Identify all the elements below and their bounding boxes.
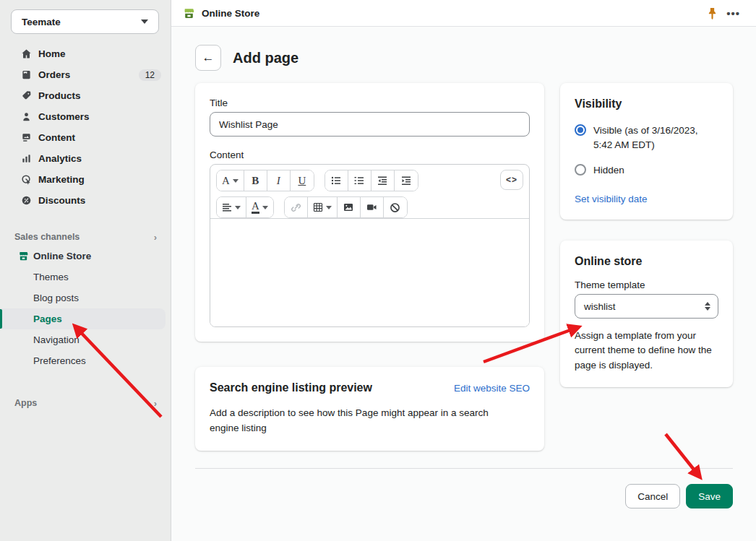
cancel-button[interactable]: Cancel [625, 484, 680, 508]
sidebar-item-discounts[interactable]: Discounts [0, 190, 171, 211]
footer-divider [195, 468, 733, 469]
radio-label: Hidden [593, 163, 624, 178]
chevron-down-icon [141, 20, 148, 24]
apps-label: Apps [14, 398, 37, 408]
radio-selected-icon[interactable] [575, 124, 586, 136]
storefront-icon [17, 251, 29, 262]
list-indent-group [325, 170, 418, 191]
alignment-button[interactable] [217, 197, 246, 217]
show-html-button[interactable]: <> [500, 170, 523, 190]
analytics-icon [20, 153, 32, 165]
link-icon [291, 202, 301, 213]
theme-template-value: wishlist [584, 301, 616, 312]
indent-button[interactable] [395, 170, 418, 191]
sidebar-item-label: Navigation [33, 334, 80, 345]
sidebar-item-label: Discounts [38, 195, 85, 206]
sidebar-item-label: Home [38, 48, 66, 59]
sidebar-item-products[interactable]: Products [0, 85, 171, 106]
sidebar-item-content[interactable]: Content [0, 127, 171, 148]
seo-card: Search engine listing preview Edit websi… [195, 367, 544, 451]
text-color-button[interactable]: A [246, 197, 273, 217]
visibility-card: Visibility Visible (as of 3/16/2023, 5:4… [560, 83, 733, 220]
sales-channels-label: Sales channels [14, 232, 80, 242]
seo-card-title: Search engine listing preview [210, 381, 372, 394]
main-content: ← Add page Title Content A B I U [171, 27, 756, 541]
pin-button[interactable] [703, 4, 722, 22]
sidebar-item-label: Orders [38, 69, 70, 80]
insert-image-button[interactable] [338, 197, 361, 217]
topbar-title: Online Store [202, 8, 259, 19]
chevron-down-icon [262, 206, 268, 209]
sidebar-item-label: Marketing [38, 174, 85, 185]
orders-icon [20, 69, 32, 81]
italic-button[interactable]: I [267, 170, 291, 191]
home-icon [20, 48, 32, 60]
sidebar-item-home[interactable]: Home [0, 43, 171, 64]
code-icon: <> [506, 175, 517, 185]
set-visibility-date-link[interactable]: Set visibility date [575, 194, 648, 204]
sales-channels-header[interactable]: Sales channels › [0, 228, 171, 246]
italic-glyph: I [277, 175, 280, 187]
visibility-option-hidden[interactable]: Hidden [575, 163, 718, 178]
editor-toolbar-row-2: A [210, 191, 529, 218]
video-icon [366, 202, 377, 212]
visibility-option-visible[interactable]: Visible (as of 3/16/2023, 5:42 AM EDT) [575, 124, 718, 152]
font-style-button[interactable]: A [217, 170, 244, 191]
sidebar-item-label: Customers [38, 111, 90, 122]
theme-template-select[interactable]: wishlist [575, 294, 718, 319]
block-icon [390, 202, 400, 213]
chevron-down-icon [326, 206, 332, 209]
sidebar-item-navigation[interactable]: Navigation [0, 329, 171, 350]
edit-website-seo-link[interactable]: Edit website SEO [454, 383, 530, 394]
content-label: Content [210, 150, 530, 160]
store-switcher-button[interactable]: Teemate [11, 9, 159, 34]
sidebar-item-label: Themes [33, 272, 69, 282]
sidebar-item-online-store[interactable]: Online Store [0, 246, 171, 267]
more-options-button[interactable]: ••• [722, 4, 744, 22]
numbered-list-button[interactable] [348, 170, 371, 191]
theme-template-label: Theme template [575, 280, 718, 290]
apps-header[interactable]: Apps › [0, 394, 171, 412]
sidebar-item-label: Online Store [33, 251, 91, 261]
sidebar-item-blog-posts[interactable]: Blog posts [0, 287, 171, 308]
sidebar-item-customers[interactable]: Customers [0, 106, 171, 127]
visibility-card-title: Visibility [575, 98, 718, 111]
chevron-down-icon [233, 179, 239, 183]
sidebar-item-pages[interactable]: Pages [0, 308, 166, 329]
insert-link-button[interactable] [285, 197, 308, 217]
title-input[interactable] [210, 112, 530, 137]
bold-glyph: B [252, 175, 259, 187]
insert-video-button[interactable] [361, 197, 384, 217]
online-store-description: Assign a template from your current them… [575, 329, 718, 373]
products-icon [20, 90, 32, 102]
more-options-icon: ••• [726, 7, 740, 20]
chevron-right-icon: › [154, 232, 157, 243]
text-color-glyph: A [252, 201, 259, 214]
underline-button[interactable]: U [291, 170, 314, 191]
page-header: ← Add page [195, 45, 298, 71]
sidebar-item-preferences[interactable]: Preferences [0, 350, 171, 371]
font-glyph: A [222, 175, 230, 187]
orders-count-badge: 12 [139, 69, 161, 81]
radio-unselected-icon[interactable] [575, 164, 586, 176]
sidebar-item-label: Content [38, 132, 75, 143]
editor-content-area[interactable] [210, 218, 529, 326]
indent-icon [401, 176, 411, 186]
underline-glyph: U [298, 175, 306, 187]
back-button[interactable]: ← [195, 45, 221, 71]
sidebar-item-themes[interactable]: Themes [0, 267, 171, 287]
bulleted-list-button[interactable] [325, 170, 348, 191]
sidebar-item-orders[interactable]: Orders 12 [0, 64, 171, 85]
store-name: Teemate [22, 17, 61, 27]
seo-description: Add a description to see how this Page m… [210, 406, 520, 436]
outdent-button[interactable] [371, 170, 395, 191]
app-frame: Teemate Home Orders 12 Produ [0, 0, 756, 541]
insert-table-button[interactable] [308, 197, 338, 217]
clear-formatting-button[interactable] [384, 197, 407, 217]
numbered-list-icon [354, 176, 364, 186]
save-button[interactable]: Save [686, 484, 733, 508]
bold-button[interactable]: B [244, 170, 267, 191]
sidebar-item-marketing[interactable]: Marketing [0, 169, 171, 190]
text-style-group: A B I U [216, 170, 314, 191]
sidebar-item-analytics[interactable]: Analytics [0, 148, 171, 169]
